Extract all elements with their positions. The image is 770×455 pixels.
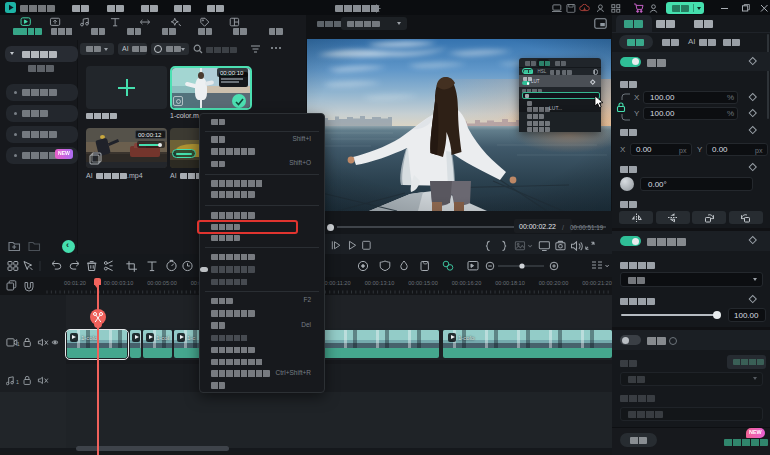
svg-text:1: 1 bbox=[16, 379, 19, 385]
svg-text:1: 1 bbox=[17, 341, 20, 347]
